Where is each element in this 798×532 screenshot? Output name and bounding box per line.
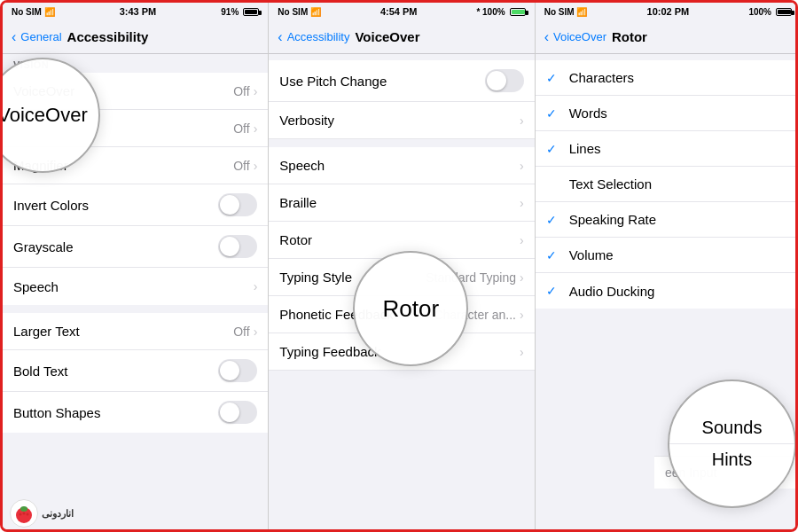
screen-rotor: No SIM 📶 10:02 PM 100% ‹ VoiceOver Rotor… bbox=[536, 3, 798, 532]
nav-back-label-3[interactable]: VoiceOver bbox=[553, 30, 606, 43]
grayscale-toggle[interactable] bbox=[218, 235, 257, 258]
carrier-1: No SIM 📶 bbox=[12, 7, 55, 17]
voiceover-value: Off bbox=[233, 84, 249, 98]
nav-title-2: VoiceOver bbox=[355, 29, 419, 44]
typing-style-label: Typing Style bbox=[279, 270, 352, 285]
larger-text-item[interactable]: Larger Text Off › bbox=[3, 313, 268, 350]
grayscale-item[interactable]: Grayscale bbox=[3, 226, 268, 268]
bold-text-toggle[interactable] bbox=[218, 359, 257, 382]
speech-item-2[interactable]: Speech › bbox=[269, 147, 534, 184]
verbosity-label: Verbosity bbox=[279, 113, 334, 128]
zoom-right: Off › bbox=[233, 121, 257, 136]
magnifier-chevron-icon: › bbox=[254, 159, 258, 173]
characters-item[interactable]: ✓ Characters bbox=[536, 60, 798, 96]
nav-bar-2: ‹ Accessibility VoiceOver bbox=[269, 20, 534, 54]
nav-back-2[interactable]: ‹ Accessibility bbox=[278, 29, 349, 45]
nav-back-1[interactable]: ‹ General bbox=[12, 29, 62, 45]
s2-sep1 bbox=[269, 139, 534, 146]
words-label: Words bbox=[569, 106, 607, 121]
speaking-rate-check-icon: ✓ bbox=[546, 213, 564, 227]
time-3: 10:02 PM bbox=[647, 6, 690, 17]
bold-text-label: Bold Text bbox=[13, 364, 67, 379]
voiceover-settings-section: Use Pitch Change Verbosity › bbox=[269, 60, 534, 139]
carrier-2: No SIM 📶 bbox=[278, 7, 321, 17]
words-item[interactable]: ✓ Words bbox=[536, 96, 798, 131]
speech-label-2: Speech bbox=[279, 158, 325, 173]
words-check-icon: ✓ bbox=[546, 106, 564, 121]
bold-text-item[interactable]: Bold Text bbox=[3, 350, 268, 392]
invert-colors-toggle[interactable] bbox=[218, 193, 257, 216]
button-shapes-item[interactable]: Button Shapes bbox=[3, 392, 268, 433]
voiceover-chevron-icon: › bbox=[254, 84, 258, 98]
lines-item[interactable]: ✓ Lines bbox=[536, 131, 798, 167]
speech-item-1[interactable]: Speech › bbox=[3, 268, 268, 305]
svg-point-2 bbox=[20, 513, 22, 516]
chevron-back-icon-2: ‹ bbox=[278, 29, 282, 45]
typing-feedback-chevron-icon: › bbox=[520, 345, 524, 359]
typing-feedback-label: Typing Feedback bbox=[279, 344, 380, 359]
magnifier-right: Off › bbox=[233, 159, 257, 173]
braille-label: Braille bbox=[279, 195, 317, 210]
typing-style-chevron-icon: › bbox=[520, 270, 524, 285]
chevron-back-icon-3: ‹ bbox=[544, 29, 549, 45]
battery-pct-1: 91% bbox=[221, 7, 239, 17]
use-pitch-change-item[interactable]: Use Pitch Change bbox=[269, 60, 534, 102]
volume-item[interactable]: ✓ Volume bbox=[536, 238, 798, 273]
s2-top-sep bbox=[269, 54, 534, 59]
speech-chevron-icon-2: › bbox=[520, 159, 524, 173]
nav-title-1: Accessibility bbox=[67, 29, 149, 44]
audio-ducking-check-icon: ✓ bbox=[546, 284, 564, 298]
phonetic-feedback-chevron-icon: › bbox=[520, 308, 524, 322]
button-shapes-label: Button Shapes bbox=[13, 405, 100, 420]
invert-colors-label: Invert Colors bbox=[13, 198, 89, 213]
battery-icon-3 bbox=[776, 8, 792, 16]
grayscale-label: Grayscale bbox=[13, 239, 74, 254]
characters-check-icon: ✓ bbox=[546, 71, 564, 85]
speaking-rate-label: Speaking Rate bbox=[569, 212, 656, 227]
button-shapes-toggle[interactable] bbox=[218, 401, 257, 424]
nav-bar-3: ‹ VoiceOver Rotor bbox=[536, 20, 798, 54]
invert-colors-item[interactable]: Invert Colors bbox=[3, 184, 268, 226]
text-selection-label: Text Selection bbox=[569, 176, 652, 192]
larger-text-chevron-icon: › bbox=[254, 325, 258, 339]
svg-point-4 bbox=[27, 513, 29, 516]
verbosity-chevron-icon: › bbox=[520, 113, 524, 128]
battery-icon-1 bbox=[243, 8, 259, 16]
rotor-circle-text: Rotor bbox=[383, 295, 440, 323]
zoom-value: Off bbox=[233, 121, 249, 136]
screen-voiceover: No SIM 📶 4:54 PM * 100% ‹ Accessibility … bbox=[269, 3, 535, 532]
screen-accessibility: No SIM 📶 3:43 PM 91% ‹ General Accessibi… bbox=[3, 3, 269, 532]
status-bar-2: No SIM 📶 4:54 PM * 100% bbox=[269, 3, 534, 20]
audio-ducking-item[interactable]: ✓ Audio Ducking bbox=[536, 273, 798, 309]
verbosity-item[interactable]: Verbosity › bbox=[269, 102, 534, 139]
sounds-circle-label: Sounds bbox=[669, 412, 794, 444]
time-1: 3:43 PM bbox=[120, 6, 157, 17]
speaking-rate-item[interactable]: ✓ Speaking Rate bbox=[536, 202, 798, 238]
nav-back-label-2[interactable]: Accessibility bbox=[287, 30, 350, 43]
speech-chevron-icon-1: › bbox=[254, 279, 258, 293]
text-selection-item[interactable]: ✓ Text Selection bbox=[536, 167, 798, 202]
nav-back-3[interactable]: ‹ VoiceOver bbox=[544, 29, 606, 45]
svg-point-1 bbox=[20, 506, 27, 512]
pomegranate-icon bbox=[13, 503, 35, 524]
zoom-chevron-icon: › bbox=[254, 121, 258, 136]
battery-pct-3: 100% bbox=[748, 7, 771, 17]
rotor-check-section: ✓ Characters ✓ Words ✓ Lines ✓ Text Sele… bbox=[536, 60, 798, 309]
watermark: اناردونی bbox=[10, 499, 74, 528]
rotor-chevron-icon: › bbox=[520, 233, 524, 247]
battery-icon-2 bbox=[510, 8, 526, 16]
use-pitch-change-label: Use Pitch Change bbox=[279, 74, 387, 89]
lines-check-icon: ✓ bbox=[546, 142, 564, 156]
volume-label: Volume bbox=[569, 247, 614, 262]
battery-area-2: * 100% bbox=[476, 7, 525, 17]
use-pitch-change-toggle[interactable] bbox=[485, 69, 524, 92]
braille-item[interactable]: Braille › bbox=[269, 184, 534, 222]
nav-back-label-1[interactable]: General bbox=[20, 30, 61, 43]
separator-1 bbox=[3, 305, 268, 312]
battery-area-1: 91% bbox=[221, 7, 259, 17]
sounds-hints-inner: Sounds Hints bbox=[669, 405, 794, 482]
speech-label-1: Speech bbox=[13, 279, 59, 294]
rotor-label: Rotor bbox=[279, 232, 312, 247]
watermark-logo bbox=[10, 499, 38, 528]
accessibility-section-2: Larger Text Off › Bold Text Button Shape… bbox=[3, 313, 268, 433]
